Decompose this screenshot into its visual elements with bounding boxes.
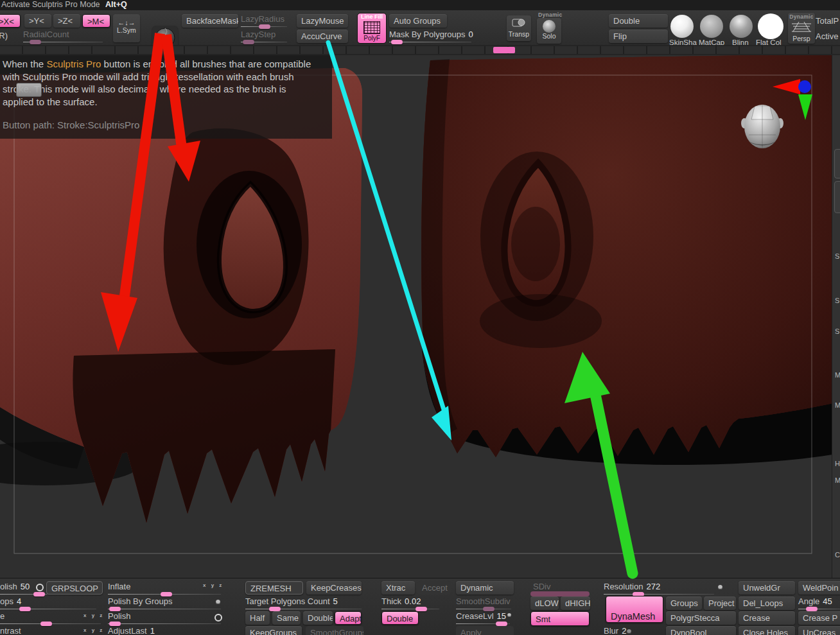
radial-r-label: (R) [0,31,8,40]
right-tray-button[interactable] [834,149,840,178]
half-button[interactable]: Half [245,611,270,625]
dynamesh-button[interactable]: DynaMesh [606,596,663,623]
angle-slider[interactable]: Angle45 [798,596,840,609]
close-holes-button[interactable]: Close Holes [739,626,795,635]
symmetry-m-button[interactable]: >M< [82,14,110,28]
blur-toggle[interactable] [627,629,631,634]
dynobool-button[interactable]: DynoBool [666,626,736,635]
tooltip-highlight: Sculptris Pro [46,58,101,69]
dlow-button[interactable]: dLOW [530,596,559,610]
strip-segments [0,46,840,54]
skinshade-material-ball[interactable] [670,15,694,38]
apply-button[interactable]: Apply [456,626,514,635]
double-sided-button[interactable]: Double [609,14,668,28]
strip-handle[interactable] [493,47,515,53]
symmetry-z-button[interactable]: >Z< [53,14,80,28]
tooltip-line-3: stroke. This mode will also decimate whe… [3,83,332,96]
accept-button[interactable]: Accept [417,581,451,595]
polish-mode-toggle[interactable] [36,584,44,591]
solo-button[interactable]: Solo [537,18,561,44]
transparency-button[interactable]: Transp [507,15,531,41]
zbrush-window: When the Sculptris Pro button is enabled… [0,0,840,635]
keep-groups-button[interactable]: KeepGroups [245,626,302,635]
uncrease-button[interactable]: UnCreas [798,626,840,635]
local-symmetry-button[interactable]: ←↓→ L.Sym [113,14,140,42]
resolution-slider[interactable]: Resolution272 [604,582,714,595]
crease-button[interactable]: Crease [739,611,795,625]
smt-button[interactable]: Smt [530,611,590,626]
blur-slider[interactable]: Blur2 [604,626,661,635]
shelf-divider-strip[interactable] [0,45,840,55]
grpsloop-button[interactable]: GRPSLOOP [46,581,103,595]
weld-points-button[interactable]: WeldPoin [798,581,840,595]
mask-by-polygroups-slider[interactable]: Mask By Polygroups0 [389,30,471,42]
polish-by-groups-toggle[interactable] [216,600,220,604]
right-tray-label: M [835,401,840,409]
status-title: Activate Sculptris Pro Mode Alt+Q [0,0,840,10]
polish2-slider[interactable]: Polish [108,611,221,624]
polyf-label: PolyF [358,34,386,42]
lazy-radius-slider[interactable]: LazyRadius [241,14,287,27]
polish2-mode-toggle[interactable] [214,614,222,622]
polygroup-button[interactable]: PolygrStecca [666,611,736,625]
double-count-button[interactable]: Double [303,611,333,625]
smooth-subdiv-slider[interactable]: SmoothSubdiv [456,596,511,609]
smooth-groups-button[interactable]: SmoothGroups [306,626,363,635]
zremesh-button[interactable]: ZREMESH [245,581,303,595]
axis-xyz-toggle[interactable]: x y z [83,613,104,618]
blinn-material-ball[interactable] [730,15,753,38]
symmetry-y-button[interactable]: >Y< [24,14,51,28]
crease-pg-button[interactable]: Crease P [798,611,840,625]
loops-slider[interactable]: ops4 [0,596,96,609]
lazy-mouse-button[interactable]: LazyMouse [297,14,348,28]
keep-creases-button[interactable]: KeepCreases [306,581,362,595]
tooltip-line-2: with Sculptris Pro mode will add triangl… [3,71,332,83]
solo-dynamic-label: Dynamic [538,12,563,18]
right-tray[interactable]: S S S M M H M C [832,55,840,578]
crease-level-slider[interactable]: CreaseLvl15 [456,611,510,624]
thick-slider[interactable]: Thick0.02 [381,596,439,609]
polyframe-button[interactable]: Line Fill PolyF [357,13,387,44]
flip-normals-button[interactable]: Flip [609,30,668,43]
polyframe-grid-icon [363,21,380,34]
right-tray-button[interactable] [834,181,840,213]
right-tray-label: S [835,327,839,335]
sdiv-slider[interactable] [530,591,590,596]
lsym-arrows-icon: ←↓→ [113,18,140,27]
matcap-material-ball[interactable] [700,15,723,38]
hotkey-label: Alt+Q [105,0,127,9]
adjust-last-slider[interactable]: AdjustLast1 [108,626,221,635]
polish-by-groups-slider[interactable]: Polish By Groups [108,596,221,609]
axis-xyz-toggle[interactable]: x y z [203,582,223,588]
target-polygons-slider[interactable]: Target Polygons Count5 [245,596,362,609]
groups-button[interactable]: Groups [666,596,702,610]
perspective-button[interactable]: Dynamic Persp [788,13,815,44]
symmetry-x-button[interactable]: >X< [0,14,21,28]
hidden-widget [16,83,42,97]
flatcolor-material-ball[interactable] [758,13,783,39]
crease-level-toggle[interactable] [507,613,511,617]
axis-xyz-toggle[interactable]: x y z [83,627,104,633]
lazy-step-slider[interactable]: LazyStep [241,30,287,42]
total-points-label: TotalP [816,16,839,26]
project-button[interactable]: Project [704,596,736,610]
resolution-toggle[interactable] [718,585,722,589]
auto-groups-button[interactable]: Auto Groups [389,14,447,28]
right-tray-label: C [835,551,840,559]
extract-button[interactable]: Xtrac [381,581,415,595]
backface-mask-button[interactable]: BackfaceMask [182,14,238,28]
double-extract-button[interactable]: Double [381,611,419,625]
right-tray-label: M [835,371,840,379]
same-button[interactable]: Same [272,611,301,625]
delete-loops-button[interactable]: Del_Loops [739,596,795,610]
radial-count-slider[interactable]: RadialCount [23,30,103,42]
right-tray-label: H [835,460,840,467]
unweld-groups-button[interactable]: UnweldGr [739,581,795,595]
line-fill-label: Line Fill [358,13,386,21]
dhigh-button[interactable]: dHIGH [561,596,590,610]
axis-z-dot-icon [798,80,811,93]
accu-curve-button[interactable]: AccuCurve [297,30,348,43]
dynamic-subdiv-button[interactable]: Dynamic [456,581,514,595]
tooltip-title-text: Activate Sculptris Pro Mode [1,0,100,9]
adapt-button[interactable]: Adapt [335,611,362,625]
